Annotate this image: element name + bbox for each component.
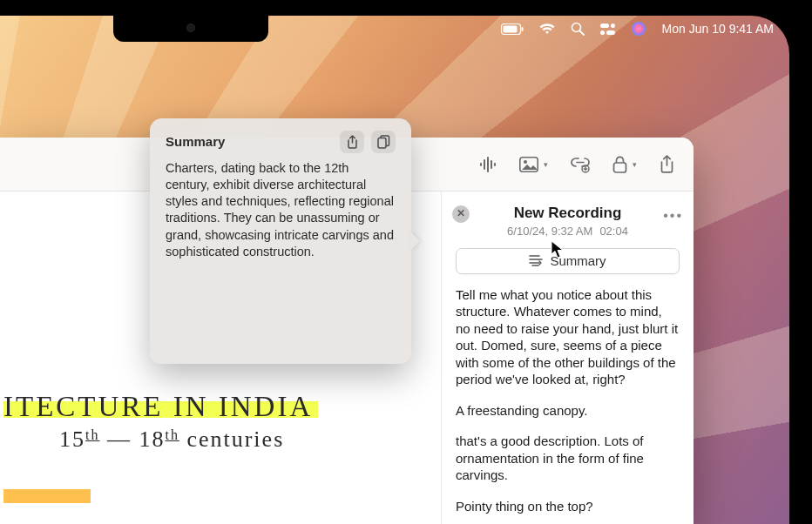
transcript-line: A freestanding canopy. [456, 402, 680, 420]
svg-rect-13 [491, 160, 492, 169]
chevron-down-icon: ▾ [544, 160, 548, 169]
recording-title: New Recording [456, 204, 680, 223]
svg-rect-18 [614, 163, 626, 172]
svg-point-16 [524, 160, 527, 164]
wifi-icon[interactable] [539, 23, 555, 35]
svg-rect-8 [606, 30, 615, 35]
note-line-1: ITECTURE IN INDIA [3, 391, 318, 423]
svg-rect-7 [600, 30, 605, 35]
device-notch [113, 16, 268, 42]
transcript: Tell me what you notice about this struc… [456, 286, 680, 524]
search-icon[interactable] [571, 22, 585, 36]
menubar-datetime[interactable]: Mon Jun 10 9:41 AM [662, 22, 774, 36]
media-button[interactable]: ▾ [519, 157, 548, 172]
recording-subtitle: 6/10/24, 9:32 AM02:04 [456, 225, 680, 239]
share-icon[interactable] [340, 131, 364, 153]
lock-button[interactable]: ▾ [612, 156, 637, 173]
transcript-line: Tell me what you notice about this struc… [456, 286, 680, 388]
chevron-down-icon: ▾ [633, 160, 637, 169]
audio-button[interactable] [477, 156, 497, 173]
popover-title: Summary [166, 133, 340, 151]
svg-rect-1 [503, 25, 517, 32]
svg-rect-6 [611, 24, 615, 28]
svg-rect-10 [480, 163, 482, 166]
summary-button[interactable]: Summary [456, 248, 680, 274]
svg-rect-19 [378, 138, 386, 149]
link-button[interactable] [571, 156, 590, 173]
note-line-2: 15th — 18th centuries [3, 427, 418, 453]
siri-icon[interactable] [631, 21, 646, 37]
transcript-line: Pointy thing on the top? [456, 498, 680, 515]
handwritten-note: ITECTURE IN INDIA 15th — 18th centuries [0, 391, 418, 507]
control-center-icon[interactable] [600, 24, 615, 35]
transcript-line: that's a good description. Lots of ornam… [456, 433, 680, 484]
svg-rect-14 [494, 163, 496, 166]
close-icon[interactable]: ✕ [452, 205, 470, 223]
svg-point-9 [632, 22, 646, 36]
summary-button-label: Summary [550, 252, 606, 270]
recording-panel: ✕ ••• New Recording 6/10/24, 9:32 AM02:0… [441, 191, 694, 524]
svg-rect-11 [484, 159, 485, 170]
svg-rect-2 [521, 27, 523, 31]
summary-list-icon [529, 255, 543, 266]
copy-icon[interactable] [371, 131, 396, 153]
summary-popover: Summary Charters, dating back to the 12t… [150, 118, 411, 364]
svg-rect-12 [487, 157, 489, 172]
note-line-3-highlight [3, 482, 91, 507]
share-button[interactable] [660, 155, 674, 173]
popover-body: Charters, dating back to the 12th centur… [166, 160, 396, 260]
more-icon[interactable]: ••• [663, 207, 683, 225]
battery-icon[interactable] [501, 24, 524, 35]
svg-line-4 [579, 31, 584, 36]
svg-rect-5 [600, 24, 609, 28]
